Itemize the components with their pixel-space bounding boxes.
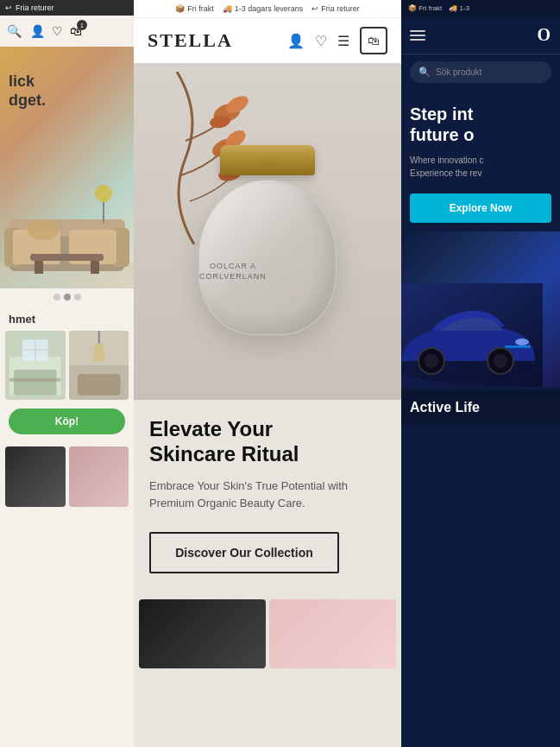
center-product-hero: OOLCAR A CORLVERLANN xyxy=(134,63,401,400)
center-thumb-2[interactable] xyxy=(269,599,396,668)
left-room-grid xyxy=(0,331,134,400)
right-topbar-frakt: 📦 Fri frakt xyxy=(408,4,442,12)
right-logo[interactable]: O xyxy=(537,25,551,45)
jar-label: OOLCAR A CORLVERLANN xyxy=(199,261,267,282)
svg-rect-9 xyxy=(30,254,104,261)
left-product-thumb-2[interactable] xyxy=(69,446,129,507)
center-topbar-returns: ↩ Fria returer xyxy=(311,4,360,13)
center-nav-icons: 👤 ♡ ☰ 🛍 xyxy=(287,27,387,54)
svg-marker-23 xyxy=(92,344,104,361)
right-topbar-delivery: 🚚 1-3 xyxy=(449,4,469,12)
dot-1[interactable] xyxy=(53,294,60,301)
center-thumb-1[interactable] xyxy=(139,599,266,668)
left-section-title: hmet xyxy=(0,306,134,331)
svg-point-38 xyxy=(515,339,529,345)
left-return-text: Fria returer xyxy=(16,3,54,12)
dot-2[interactable] xyxy=(64,294,71,301)
left-return-icon: ↩ xyxy=(5,3,12,12)
right-car-image xyxy=(401,231,560,387)
left-heart-icon[interactable]: ♡ xyxy=(52,24,63,38)
right-frakt-icon: 📦 xyxy=(408,4,417,12)
center-product-info: Elevate Your Skincare Ritual Embrace You… xyxy=(134,400,401,591)
center-menu-icon[interactable]: ☰ xyxy=(337,33,349,49)
left-user-icon[interactable]: 👤 xyxy=(30,24,45,38)
svg-rect-10 xyxy=(35,261,43,274)
right-active-life-section: Active Life xyxy=(401,390,560,424)
center-panel: 📦 Fri frakt 🚚 1-3 dagars leverans ↩ Fria… xyxy=(134,0,401,747)
center-logo[interactable]: STELLA xyxy=(148,29,233,52)
right-hero-heading: Step int future o xyxy=(410,104,551,145)
svg-rect-22 xyxy=(77,374,120,396)
jar-body: OOLCAR A CORLVERLANN xyxy=(198,180,337,335)
right-panel: 📦 Fri frakt 🚚 1-3 O 🔍 Sök produkt Step i… xyxy=(401,0,560,747)
center-topbar-frakt: 📦 Fri frakt xyxy=(175,4,214,13)
center-topbar-delivery: 🚚 1-3 dagars leverans xyxy=(223,4,304,13)
left-sofa-svg xyxy=(0,168,134,288)
svg-rect-15 xyxy=(14,370,57,396)
right-delivery-icon: 🚚 xyxy=(449,4,457,12)
right-menu-icon[interactable] xyxy=(410,30,425,41)
center-heart-icon[interactable]: ♡ xyxy=(315,33,327,49)
svg-point-35 xyxy=(425,354,438,368)
svg-rect-11 xyxy=(91,261,99,274)
left-dot-indicator xyxy=(0,288,134,306)
returns-icon: ↩ xyxy=(311,4,318,13)
center-product-title: Elevate Your Skincare Ritual xyxy=(149,417,386,467)
svg-point-7 xyxy=(95,185,112,202)
frakt-icon: 📦 xyxy=(175,4,185,13)
room-card-1[interactable] xyxy=(5,331,66,400)
right-hero-sub: Where innovation c Experience the rev xyxy=(410,154,551,180)
right-nav-bar: O xyxy=(401,16,560,54)
left-panel: ↩ Fria returer 🔍 👤 ♡ 🛍 1 lick dget. xyxy=(0,0,134,747)
left-nav-icons: 👤 ♡ 🛍 1 xyxy=(30,24,82,38)
svg-point-12 xyxy=(28,219,59,240)
product-jar: OOLCAR A CORLVERLANN xyxy=(181,111,354,352)
svg-rect-16 xyxy=(9,378,61,382)
left-hero-image: lick dget. xyxy=(0,47,134,288)
right-active-life-title: Active Life xyxy=(410,399,551,415)
left-hero-text: lick dget. xyxy=(9,73,46,110)
left-top-bar: ↩ Fria returer xyxy=(0,0,134,16)
left-cart-badge: 1 xyxy=(77,20,87,30)
room-card-2[interactable] xyxy=(69,331,129,400)
center-nav-bar: STELLA 👤 ♡ ☰ 🛍 xyxy=(134,18,401,63)
jar-lid xyxy=(220,145,315,175)
left-search-icon[interactable]: 🔍 xyxy=(7,24,22,38)
explore-now-button[interactable]: Explore Now xyxy=(410,193,551,223)
right-top-bar: 📦 Fri frakt 🚚 1-3 xyxy=(401,0,560,16)
right-search-placeholder: Sök produkt xyxy=(436,67,481,77)
car-svg xyxy=(401,283,543,387)
left-buy-button[interactable]: Köp! xyxy=(9,408,125,434)
center-cart-icon[interactable]: 🛍 xyxy=(360,27,387,54)
left-product-thumb-1[interactable] xyxy=(5,446,66,507)
left-bottom-products xyxy=(0,443,134,510)
center-user-icon[interactable]: 👤 xyxy=(287,33,305,49)
svg-point-37 xyxy=(494,354,507,368)
center-bottom-thumbs xyxy=(134,591,401,668)
center-product-desc: Embrace Your Skin's True Potential with … xyxy=(149,478,386,514)
right-hero-section: Step int future o Where innovation c Exp… xyxy=(401,90,560,231)
delivery-icon: 🚚 xyxy=(223,4,232,13)
left-nav-bar: 🔍 👤 ♡ 🛍 1 xyxy=(0,16,134,47)
discover-collection-button[interactable]: Discover Our Collection xyxy=(149,532,339,573)
dot-3[interactable] xyxy=(74,294,81,301)
left-cart-icon[interactable]: 🛍 1 xyxy=(70,24,82,38)
right-search-icon: 🔍 xyxy=(418,66,431,78)
svg-rect-39 xyxy=(505,345,531,348)
center-top-bar: 📦 Fri frakt 🚚 1-3 dagars leverans ↩ Fria… xyxy=(134,0,401,18)
right-search-bar[interactable]: 🔍 Sök produkt xyxy=(410,61,551,83)
